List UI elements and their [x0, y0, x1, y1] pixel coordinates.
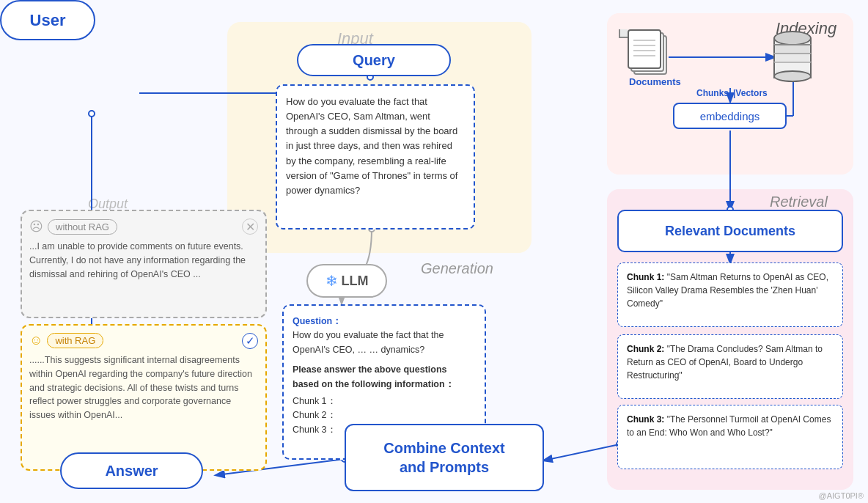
watermark: @AIGT0PI®: [819, 491, 864, 500]
without-rag-box: ☹ without RAG ✕ ...I am unable to provid…: [21, 210, 267, 318]
llm-label: LLM: [342, 273, 369, 289]
embeddings-label: embeddings: [700, 110, 760, 122]
gen-chunk2: Chunk 2：: [293, 408, 476, 422]
combine-context-box: Combine Contextand Prompts: [345, 424, 544, 491]
embeddings-box: embeddings: [673, 103, 787, 129]
answer-box: Answer: [60, 452, 203, 489]
chunk1-title: Chunk 1:: [627, 272, 664, 282]
database-icon: [773, 31, 812, 82]
with-rag-header: ☺ with RAG: [29, 333, 255, 348]
check-icon: ✓: [242, 333, 258, 349]
happy-face-icon: ☺: [29, 333, 43, 348]
vectors-label: |Vectors: [733, 88, 768, 98]
query-box: Query: [297, 44, 451, 76]
relevant-docs-box: Relevant Documents: [617, 210, 843, 252]
with-rag-text: ......This suggests significant internal…: [29, 353, 255, 422]
chunk2-title: Chunk 2:: [627, 344, 664, 354]
with-rag-box: ☺ with RAG ✓ ......This suggests signifi…: [21, 324, 267, 471]
retrieval-label: Retrieval: [770, 194, 828, 210]
generation-label: Generation: [421, 260, 493, 277]
x-icon: ✕: [242, 219, 258, 235]
without-rag-badge: without RAG: [48, 219, 117, 235]
svg-point-5: [89, 111, 95, 117]
documents-label: Documents: [629, 76, 681, 87]
chunk1-box: Chunk 1: "Sam Altman Returns to OpenAI a…: [617, 262, 843, 327]
without-rag-text: ...I am unable to provide comments on fu…: [29, 240, 255, 281]
query-text-box: How do you evaluate the fact that OpenAI…: [276, 84, 475, 230]
gen-instruction: Please answer the above questions based …: [293, 363, 476, 392]
llm-box: ❄ LLM: [306, 264, 387, 298]
chunk3-box: Chunk 3: "The Personnel Turmoil at OpenA…: [617, 405, 843, 469]
user-label: User: [30, 11, 66, 30]
chunks-label: Chunks: [696, 88, 729, 98]
query-text: How do you evaluate the fact that OpenAI…: [286, 96, 457, 196]
gen-question-title: Question：: [293, 316, 342, 326]
without-rag-header: ☹ without RAG: [29, 219, 255, 235]
user-box: User: [0, 0, 95, 40]
relevant-docs-label: Relevant Documents: [665, 224, 795, 239]
gen-question-label: Question：: [293, 315, 476, 328]
chunk3-title: Chunk 3:: [627, 414, 664, 425]
with-rag-label: with RAG: [55, 335, 95, 346]
answer-label: Answer: [105, 463, 158, 480]
gen-chunk1: Chunk 1：: [293, 394, 476, 408]
combine-context-label: Combine Contextand Prompts: [383, 438, 505, 477]
chunk2-box: Chunk 2: "The Drama Concludes? Sam Altma…: [617, 334, 843, 399]
sad-face-icon: ☹: [29, 219, 43, 235]
snowflake-icon: ❄: [326, 272, 338, 290]
with-rag-badge: with RAG: [47, 333, 103, 348]
gen-question-text: How do you evaluate the fact that the Op…: [293, 328, 476, 357]
without-rag-label: without RAG: [56, 221, 109, 232]
query-label: Query: [353, 52, 395, 69]
